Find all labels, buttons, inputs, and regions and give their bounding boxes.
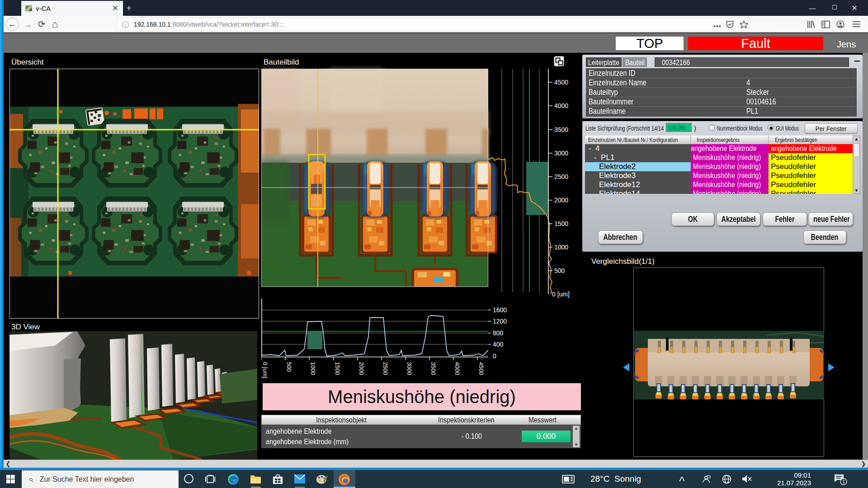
svg-text:4500: 4500: [554, 79, 568, 86]
svg-text:1000: 1000: [554, 244, 568, 251]
svg-text:1500: 1500: [334, 362, 341, 375]
svg-text:0 [um]: 0 [um]: [552, 291, 570, 298]
svg-text:0 [um]: 0 [um]: [262, 362, 269, 378]
svg-text:4000: 4000: [554, 102, 568, 109]
svg-text:1500: 1500: [554, 220, 568, 227]
svg-text:1200: 1200: [493, 318, 507, 325]
svg-text:500: 500: [286, 362, 292, 372]
svg-text:4500: 4500: [478, 362, 485, 375]
svg-text:2000: 2000: [554, 197, 568, 204]
svg-text:3000: 3000: [554, 150, 568, 157]
svg-text:1600: 1600: [493, 306, 507, 314]
svg-text:3500: 3500: [430, 362, 437, 375]
svg-text:2500: 2500: [382, 362, 389, 375]
svg-text:3000: 3000: [406, 362, 413, 375]
svg-text:800: 800: [493, 329, 504, 337]
svg-text:4000: 4000: [454, 362, 461, 375]
svg-text:400: 400: [493, 341, 504, 348]
svg-text:2500: 2500: [554, 173, 568, 180]
svg-text:500: 500: [554, 267, 565, 274]
svg-text:0: 0: [493, 352, 496, 360]
svg-text:1000: 1000: [310, 362, 316, 375]
svg-text:1: 1: [842, 479, 845, 484]
svg-text:2000: 2000: [358, 362, 365, 375]
svg-text:3500: 3500: [554, 126, 568, 133]
